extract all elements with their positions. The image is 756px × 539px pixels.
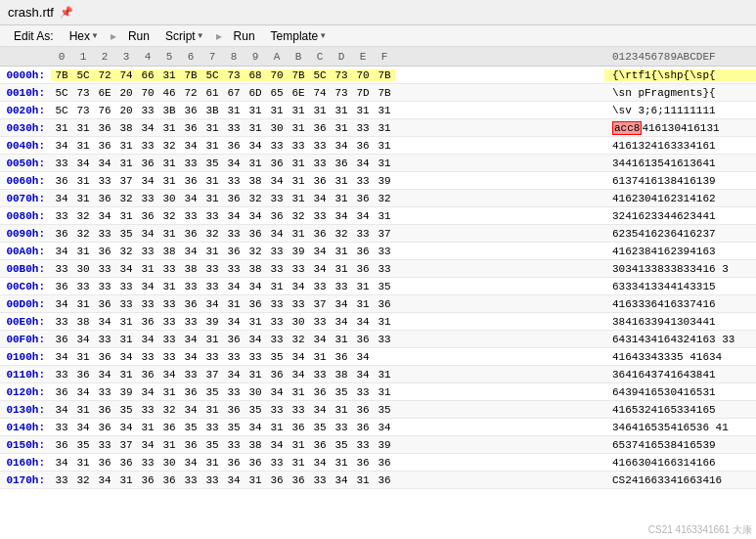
hex-byte: 38 (115, 122, 137, 134)
hex-byte: 31 (288, 457, 309, 469)
hex-byte: 33 (158, 334, 180, 345)
row-ascii: 4162304162314162 (604, 193, 756, 204)
hex-byte: 34 (51, 140, 72, 152)
hex-byte: 34 (223, 474, 245, 486)
table-row: 00B0h:3330333431333833333833333431363330… (0, 260, 756, 278)
hex-byte: 36 (180, 386, 201, 398)
hex-byte: 31 (201, 122, 223, 134)
hex-dropdown[interactable]: Hex ▼ (64, 28, 105, 44)
hex-byte: 36 (352, 263, 374, 275)
hex-byte: 34 (180, 457, 201, 469)
hex-byte: 31 (352, 298, 374, 310)
table-row: 0120h:3634333934313635333034313635333164… (0, 383, 756, 401)
col-header-5: 5 (158, 51, 180, 63)
hex-byte: 31 (72, 298, 94, 310)
hex-byte: 33 (288, 298, 309, 310)
hex-byte: 30 (72, 263, 94, 275)
row-hex-bytes: 33303334313338333338333334313633 (51, 263, 604, 275)
row-address: 0120h: (0, 386, 51, 398)
hex-byte: 33 (51, 157, 72, 169)
row-address: 00C0h: (0, 281, 51, 292)
hex-byte: 33 (137, 105, 158, 116)
hex-byte: 7B (51, 69, 72, 81)
hex-byte: 33 (180, 474, 201, 486)
hex-byte: 31 (115, 140, 137, 152)
hex-byte: 35 (223, 422, 245, 433)
hex-byte: 3B (201, 105, 223, 116)
hex-byte: 38 (331, 369, 352, 381)
script-dropdown[interactable]: Script ▼ (159, 28, 210, 44)
hex-byte: 33 (137, 193, 158, 204)
table-row: 00D0h:3431363333333634313633333734313641… (0, 295, 756, 313)
hex-byte: 32 (115, 193, 137, 204)
hex-byte: 36 (223, 193, 245, 204)
hex-byte: 32 (72, 474, 94, 486)
hex-byte: 33 (374, 246, 395, 257)
col-header-7: 7 (201, 51, 223, 63)
hex-byte: 33 (309, 140, 331, 152)
hex-byte: 36 (352, 422, 374, 433)
template-dropdown[interactable]: Template ▼ (265, 28, 334, 44)
hex-byte: 5C (51, 87, 72, 99)
hex-byte: 35 (201, 157, 223, 169)
hex-byte: 34 (309, 193, 331, 204)
hex-byte: 34 (245, 140, 266, 152)
row-hex-bytes: 31313638343136313331303136313331 (51, 122, 604, 134)
hex-byte: 35 (72, 439, 94, 451)
hex-byte: 39 (115, 386, 137, 398)
hex-byte: 34 (201, 298, 223, 310)
row-ascii: \sn pFragments}{ (604, 87, 756, 99)
hex-byte: 31 (288, 193, 309, 204)
hex-byte: 36 (352, 246, 374, 257)
hex-byte: 31 (288, 105, 309, 116)
hex-byte: 33 (180, 210, 201, 222)
hex-byte: 35 (115, 228, 137, 240)
highlighted-ascii: acc8 (612, 121, 642, 135)
row-ascii: 4163336416337416 (604, 298, 756, 310)
hex-byte: 30 (245, 386, 266, 398)
hex-byte: 34 (137, 386, 158, 398)
hex-byte: 31 (115, 474, 137, 486)
hex-byte: 34 (94, 474, 115, 486)
hex-byte: 7B (180, 69, 201, 81)
sep1: ▸ (109, 29, 118, 43)
watermark: CS21 4163341661 大康 (648, 523, 752, 537)
hex-byte: 33 (331, 422, 352, 433)
hex-byte: 36 (309, 122, 331, 134)
row-address: 00E0h: (0, 316, 51, 328)
hex-byte: 74 (115, 69, 137, 81)
hex-byte: 32 (245, 193, 266, 204)
hex-byte: 31 (288, 175, 309, 187)
hex-byte: 31 (72, 140, 94, 152)
table-row: 0010h:5C736E2070467261676D656E74737D7B\s… (0, 84, 756, 102)
hex-byte: 36 (309, 386, 331, 398)
hex-byte: 46 (158, 87, 180, 99)
row-ascii: 6537416538416539 (604, 439, 756, 451)
hex-byte: 33 (158, 316, 180, 328)
hex-byte: 34 (352, 369, 374, 381)
hex-byte: 30 (266, 122, 288, 134)
row-address: 0140h: (0, 422, 51, 433)
row-hex-bytes: 7B5C727466317B5C7368707B5C73707B (51, 69, 604, 81)
hex-byte: 33 (51, 316, 72, 328)
hex-byte: 36 (374, 298, 395, 310)
hex-byte: 31 (72, 246, 94, 257)
hex-byte: 36 (51, 334, 72, 345)
hex-byte: 34 (158, 369, 180, 381)
row-address: 0130h: (0, 404, 51, 416)
hex-byte: 31 (352, 281, 374, 292)
row-ascii: 6235416236416237 (604, 228, 756, 240)
row-hex-bytes: 36353337343136353338343136353339 (51, 439, 604, 451)
hex-byte: 34 (352, 210, 374, 222)
hex-byte: 31 (72, 122, 94, 134)
hex-byte: 33 (137, 457, 158, 469)
row-ascii: 6137416138416139 (604, 175, 756, 187)
sep2: ▸ (214, 29, 224, 43)
hex-byte: 36 (94, 193, 115, 204)
hex-byte: 36 (180, 439, 201, 451)
hex-byte: 31 (309, 105, 331, 116)
table-row: 0040h:3431363133323431363433333334363141… (0, 137, 756, 155)
hex-byte: 37 (115, 175, 137, 187)
hex-byte: 36 (94, 122, 115, 134)
row-hex-bytes: 33343634313635333534313635333634 (51, 422, 604, 433)
